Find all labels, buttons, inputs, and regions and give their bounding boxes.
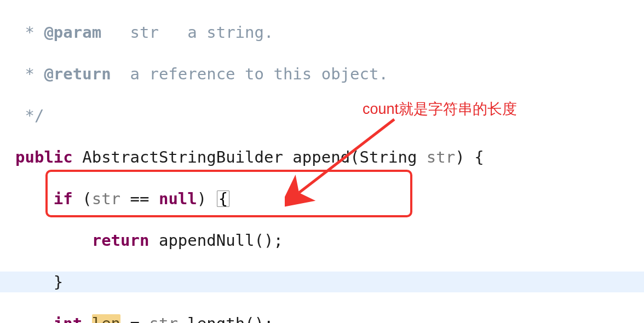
code-line-method-signature: public AbstractStringBuilder append(Stri… [0, 147, 644, 168]
comment-line-1: * @param str a string. [0, 22, 644, 43]
code-line-int-len: int len = str.length(); [0, 313, 644, 323]
comment-line-3: */ [0, 105, 644, 126]
code-line-return-appendNull: return appendNull(); [0, 230, 644, 251]
annotation-text: count就是字符串的长度 [363, 99, 517, 119]
code-block: * @param str a string. * @return a refer… [0, 0, 644, 323]
code-line-if: if (str == null) { [0, 188, 644, 209]
code-line-close-if: } [0, 272, 644, 292]
matched-brace-box: { [217, 191, 229, 207]
comment-line-2: * @return a reference to this object. [0, 64, 644, 84]
